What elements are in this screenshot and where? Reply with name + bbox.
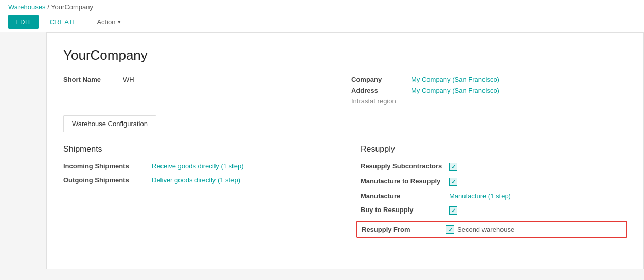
company-row: Company My Company (San Francisco) (351, 76, 499, 83)
incoming-label: Incoming Shipments (63, 162, 146, 170)
field-group-right: Company My Company (San Francisco) Addre… (351, 76, 499, 105)
resupply-from-checkbox[interactable] (446, 225, 454, 234)
page-wrapper: YourCompany Short Name WH Company My Com… (0, 32, 644, 269)
manufacture-resupply-row: Manufacture to Resupply (361, 177, 627, 186)
buy-resupply-label: Buy to Resupply (361, 206, 443, 214)
buy-resupply-checkbox[interactable] (449, 206, 457, 215)
edit-button[interactable]: EDIT (8, 15, 39, 29)
short-name-value: WH (123, 76, 134, 83)
field-group-left: Short Name WH (63, 76, 218, 105)
create-button[interactable]: CREATE (43, 15, 85, 29)
address-value[interactable]: My Company (San Francisco) (411, 86, 499, 94)
tab-warehouse-config[interactable]: Warehouse Configuration (63, 115, 156, 132)
fields-row: Short Name WH Company My Company (San Fr… (63, 76, 627, 105)
tabs: Warehouse Configuration (63, 115, 627, 132)
buy-resupply-row: Buy to Resupply (361, 206, 627, 215)
incoming-value: Receive goods directly (1 step) (152, 162, 243, 170)
col-shipments: Shipments Incoming Shipments Receive goo… (63, 145, 350, 244)
two-col: Shipments Incoming Shipments Receive goo… (63, 145, 627, 244)
breadcrumb-current: YourCompany (51, 3, 93, 11)
manufacture-label: Manufacture (361, 192, 443, 200)
resupply-subcontractors-label: Resupply Subcontractors (361, 162, 443, 170)
intrastat-label: Intrastat region (351, 97, 413, 105)
resupply-from-text: Second warehouse (457, 225, 514, 233)
breadcrumb-separator: / (47, 3, 49, 11)
sidebar (0, 32, 46, 269)
manufacture-resupply-checkbox[interactable] (449, 178, 457, 186)
breadcrumb-parent[interactable]: Warehouses (8, 3, 46, 11)
resupply-title: Resupply (361, 145, 627, 154)
manufacture-row: Manufacture Manufacture (1 step) (361, 192, 627, 200)
outgoing-label: Outgoing Shipments (63, 176, 146, 184)
resupply-subcontractors-row: Resupply Subcontractors (361, 162, 627, 171)
intrastat-row: Intrastat region (351, 97, 499, 105)
col-resupply: Resupply Resupply Subcontractors Manufac… (350, 145, 627, 244)
toolbar: EDIT CREATE Action (8, 12, 636, 32)
main-content: YourCompany Short Name WH Company My Com… (46, 32, 644, 269)
outgoing-shipments-row: Outgoing Shipments Deliver goods directl… (63, 176, 330, 184)
resupply-from-value: Second warehouse (446, 225, 514, 234)
incoming-shipments-row: Incoming Shipments Receive goods directl… (63, 162, 330, 170)
resupply-subcontractors-checkbox[interactable] (449, 163, 457, 171)
outgoing-value: Deliver goods directly (1 step) (152, 176, 240, 184)
address-row: Address My Company (San Francisco) (351, 86, 499, 94)
breadcrumb: Warehouses / YourCompany (8, 0, 636, 12)
manufacture-resupply-label: Manufacture to Resupply (361, 177, 443, 185)
address-label: Address (351, 86, 403, 94)
shipments-title: Shipments (63, 145, 330, 154)
company-title: YourCompany (63, 47, 627, 63)
resupply-from-row: Resupply From Second warehouse (356, 221, 627, 238)
manufacture-value: Manufacture (1 step) (449, 192, 511, 200)
action-button[interactable]: Action (97, 18, 120, 26)
short-name-label: Short Name (63, 76, 115, 83)
resupply-from-label: Resupply From (362, 225, 440, 233)
short-name-row: Short Name WH (63, 76, 218, 83)
company-value[interactable]: My Company (San Francisco) (411, 76, 499, 83)
company-label: Company (351, 76, 403, 83)
tab-content: Shipments Incoming Shipments Receive goo… (63, 132, 627, 244)
